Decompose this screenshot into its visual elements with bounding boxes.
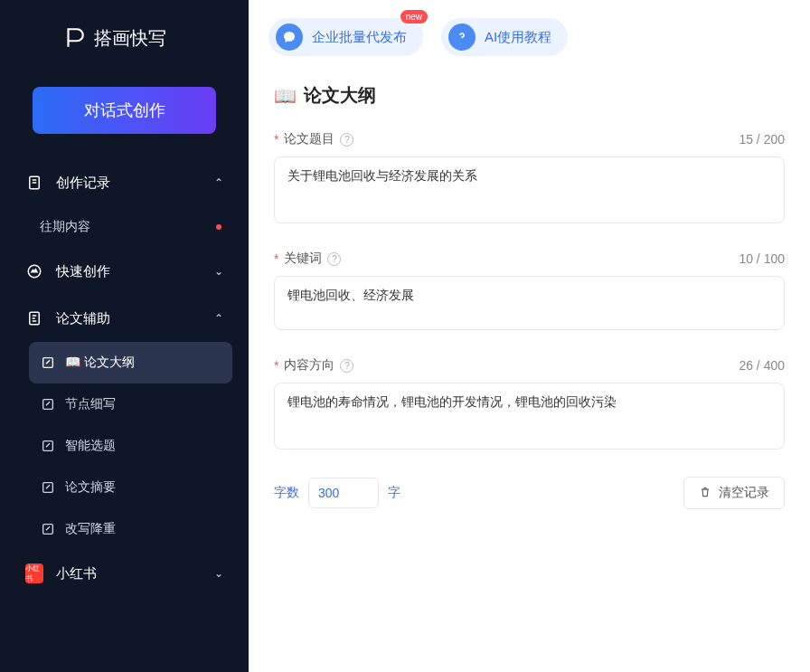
nav-group-paper-assist: 论文辅助 ⌃ 📖 论文大纲 节点细写 智能选题 论文摘要 — [0, 295, 249, 550]
sidebar-item-paper-outline[interactable]: 📖 论文大纲 — [29, 342, 232, 383]
nav-group-xiaohongshu: 小红书 小红书 ⌄ — [0, 550, 249, 597]
edit-icon — [40, 355, 56, 371]
nav: 创作记录 ⌃ 往期内容 快速创作 ⌄ — [0, 159, 249, 672]
field-keywords: * 关键词 ? 10 / 100 — [274, 251, 785, 334]
nav-group-creation-records: 创作记录 ⌃ 往期内容 — [0, 159, 249, 248]
char-counter: 10 / 100 — [739, 251, 785, 266]
nav-header-quick-create[interactable]: 快速创作 ⌄ — [16, 248, 232, 295]
word-count-input[interactable] — [308, 478, 379, 508]
logo-icon — [61, 25, 87, 51]
clear-label: 清空记录 — [719, 485, 769, 501]
field-label: 内容方向 — [284, 357, 334, 374]
nav-header-xiaohongshu[interactable]: 小红书 小红书 ⌄ — [16, 550, 232, 597]
field-label: 关键词 — [284, 251, 322, 267]
required-mark: * — [274, 358, 278, 373]
sidebar-item-label: 节点细写 — [65, 396, 116, 412]
sidebar-item-rewrite-reduce[interactable]: 改写降重 — [29, 508, 232, 550]
chevron-up-icon: ⌃ — [214, 312, 223, 325]
nav-header-creation-records[interactable]: 创作记录 ⌃ — [16, 159, 232, 206]
nav-label: 论文辅助 — [56, 310, 110, 327]
nav-label: 快速创作 — [56, 263, 110, 280]
nav-header-paper-assist[interactable]: 论文辅助 ⌃ — [16, 295, 232, 342]
sidebar-item-label: 论文摘要 — [65, 479, 116, 496]
enterprise-publish-button[interactable]: 企业批量代发布 new — [268, 18, 423, 56]
help-icon[interactable]: ? — [340, 133, 353, 147]
help-icon[interactable]: ? — [327, 252, 341, 266]
field-label: 论文题目 — [284, 131, 334, 147]
crown-icon — [25, 262, 43, 280]
ai-tutorial-button[interactable]: AI使用教程 — [441, 18, 568, 56]
nav-label: 创作记录 — [56, 175, 110, 192]
edit-icon — [40, 438, 56, 454]
pill-label: AI使用教程 — [485, 29, 551, 46]
chat-icon — [276, 24, 303, 51]
edit-icon — [40, 479, 56, 496]
topbar: 企业批量代发布 new AI使用教程 — [249, 0, 810, 67]
field-paper-title: * 论文题目 ? 15 / 200 — [274, 131, 785, 227]
sidebar: 搭画快写 对话式创作 创作记录 ⌃ 往期内容 — [0, 0, 249, 672]
required-mark: * — [274, 251, 278, 266]
page-title: 📖 论文大纲 — [274, 83, 785, 108]
book-icon: 📖 — [274, 85, 297, 107]
sidebar-item-label: 改写降重 — [65, 521, 116, 537]
page-title-text: 论文大纲 — [304, 83, 376, 108]
content: 📖 论文大纲 * 论文题目 ? 15 / 200 * 关键词 ? 10 / 10… — [249, 67, 810, 672]
keywords-input[interactable] — [274, 276, 785, 330]
main: 企业批量代发布 new AI使用教程 📖 论文大纲 * 论文题目 ? 15 / … — [249, 0, 810, 672]
word-unit-label: 字 — [388, 485, 400, 501]
edit-icon — [40, 521, 56, 537]
clear-records-button[interactable]: 清空记录 — [683, 477, 785, 509]
nav-group-quick-create: 快速创作 ⌄ — [0, 248, 249, 295]
question-icon — [448, 24, 476, 51]
word-count-label: 字数 — [274, 485, 299, 501]
notification-dot-icon — [216, 224, 221, 230]
sidebar-item-label: 智能选题 — [65, 438, 116, 454]
trash-icon — [699, 486, 711, 501]
field-direction: * 内容方向 ? 26 / 400 — [274, 357, 785, 453]
doc-lines-icon — [25, 309, 43, 327]
app-logo: 搭画快写 — [0, 0, 249, 72]
conversational-create-button[interactable]: 对话式创作 — [33, 87, 216, 134]
edit-icon — [40, 396, 56, 412]
sidebar-item-label: 📖 论文大纲 — [65, 355, 135, 371]
paper-title-input[interactable] — [274, 156, 785, 223]
chevron-up-icon: ⌃ — [214, 176, 223, 189]
logo-text: 搭画快写 — [94, 26, 166, 51]
required-mark: * — [274, 132, 278, 147]
direction-input[interactable] — [274, 383, 785, 450]
chevron-down-icon: ⌄ — [214, 567, 223, 580]
nav-label: 小红书 — [56, 565, 97, 582]
help-icon[interactable]: ? — [340, 359, 353, 373]
doc-icon — [25, 174, 43, 192]
char-counter: 26 / 400 — [739, 358, 785, 373]
xiaohongshu-icon: 小红书 — [25, 564, 43, 582]
bottom-controls: 字数 字 清空记录 — [274, 477, 785, 509]
new-badge: new — [400, 10, 428, 24]
sidebar-item-label: 往期内容 — [40, 219, 90, 235]
sidebar-item-past-content[interactable]: 往期内容 — [29, 206, 232, 248]
chevron-down-icon: ⌄ — [214, 265, 223, 278]
pill-label: 企业批量代发布 — [312, 29, 407, 46]
sidebar-item-smart-topic[interactable]: 智能选题 — [29, 425, 232, 467]
sidebar-item-paper-abstract[interactable]: 论文摘要 — [29, 467, 232, 508]
sidebar-item-node-detail[interactable]: 节点细写 — [29, 383, 232, 425]
char-counter: 15 / 200 — [739, 132, 785, 147]
